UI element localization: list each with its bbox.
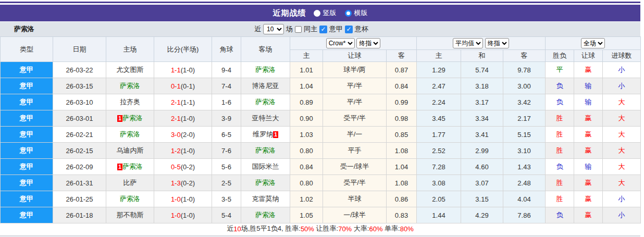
match-date: 26-01-31 bbox=[66, 179, 93, 187]
handicap-result-cell: 赢 bbox=[574, 191, 603, 207]
header-away: 客场 bbox=[241, 37, 290, 62]
serie-a-checkbox[interactable]: ✓ bbox=[319, 26, 327, 33]
match-date: 26-03-10 bbox=[66, 98, 93, 106]
radio-selected-icon[interactable] bbox=[345, 10, 352, 17]
handicap-result: 输 bbox=[585, 163, 592, 170]
table-row: 意甲26-02-15乌迪内斯1-2(1-0)7-6萨索洛0.80平手1.082.… bbox=[1, 143, 641, 159]
league-type-label: 意甲 bbox=[20, 146, 33, 154]
match-date: 26-03-15 bbox=[66, 82, 93, 90]
handicap-result-cell: 输 bbox=[574, 159, 603, 175]
radio-vertical-layout[interactable]: 竖版 bbox=[314, 8, 337, 18]
goals-cell: 大 bbox=[603, 110, 641, 127]
corner-cell: 3-9 bbox=[212, 110, 241, 127]
avg-home-odds-cell: 2.05 bbox=[417, 191, 461, 207]
win-lose-cell: 胜 bbox=[546, 191, 574, 207]
italy-cup-label[interactable]: 意杯 bbox=[355, 24, 368, 34]
header-type: 类型 bbox=[1, 37, 53, 62]
avg-home-odds-cell: 1.77 bbox=[417, 127, 461, 143]
date-cell: 26-03-10 bbox=[53, 94, 106, 110]
full-time-score: 1-3 bbox=[171, 179, 181, 187]
avg-draw-odds: 3.34 bbox=[475, 115, 488, 122]
red-card-badge: 1 bbox=[117, 115, 122, 122]
handicap-company-select[interactable]: Crow* bbox=[326, 38, 355, 48]
home-team-name: 萨索洛 bbox=[120, 130, 140, 138]
handicap-line-cell: 半/一 bbox=[323, 127, 387, 143]
avg-draw-odds: 4.29 bbox=[475, 211, 488, 219]
avg-away-odds: 9.78 bbox=[517, 66, 530, 74]
corner-count: 5-6 bbox=[221, 163, 231, 171]
avg-draw-odds-cell: 4.29 bbox=[461, 207, 503, 223]
avg-away-odds: 2.48 bbox=[517, 179, 530, 187]
half-time-score: (0-2) bbox=[181, 163, 195, 171]
score-cell: 2-1(1-0) bbox=[154, 110, 212, 127]
handicap-home-odds: 1.02 bbox=[300, 195, 313, 203]
layout-radio-group: 竖版 横版 bbox=[314, 8, 368, 18]
half-time-score: (1-0) bbox=[181, 115, 195, 122]
avg-away-odds-cell: 2.48 bbox=[503, 175, 546, 191]
italy-cup-checkbox[interactable]: ✓ bbox=[345, 26, 353, 33]
handicap-away-odds-cell: 0.99 bbox=[387, 94, 417, 110]
recent-count-select[interactable]: 10 bbox=[263, 24, 284, 34]
win-lose-cell: 负 bbox=[546, 159, 574, 175]
handicap-away-odds: 0.85 bbox=[395, 131, 408, 139]
average-kind-select[interactable]: 平均值 bbox=[453, 38, 483, 48]
handicap-result: 输 bbox=[585, 82, 592, 90]
radio-vertical-label[interactable]: 竖版 bbox=[323, 8, 337, 18]
score-cell: 1-1(1-0) bbox=[154, 62, 212, 78]
handicap-home-odds-cell: 0.80 bbox=[290, 143, 323, 159]
table-row: 意甲26-03-15萨索洛0-1(0-1)7-4博洛尼亚1.04平/半0.842… bbox=[1, 78, 641, 94]
table-row: 意甲26-01-18那不勒斯1-0(1-0)5-4萨索洛1.05一/球半0.83… bbox=[1, 207, 641, 223]
radio-horizontal-layout[interactable]: 横版 bbox=[345, 8, 368, 18]
handicap-line: 受一/球半 bbox=[340, 163, 369, 170]
full-time-score: 1-0 bbox=[171, 211, 181, 219]
full-time-score: 0-1 bbox=[171, 82, 181, 90]
same-home-label[interactable]: 同主 bbox=[304, 24, 317, 34]
avg-home-odds-cell: 2.52 bbox=[417, 143, 461, 159]
league-type-label: 意甲 bbox=[20, 130, 33, 138]
home-team-name: 乌迪内斯 bbox=[117, 146, 144, 154]
avg-away-odds: 7.86 bbox=[517, 211, 530, 219]
same-home-checkbox[interactable] bbox=[295, 26, 302, 33]
away-team-cell: 克雷莫纳 bbox=[241, 191, 290, 207]
goals-result: 大 bbox=[618, 114, 625, 122]
avg-away-odds: 1.43 bbox=[517, 163, 530, 171]
home-team-cell: 乌迪内斯 bbox=[106, 143, 154, 159]
avg-home-odds: 3.45 bbox=[432, 115, 445, 122]
win-lose-result: 胜 bbox=[556, 195, 563, 203]
goals-result: 大 bbox=[618, 130, 625, 138]
avg-away-odds-cell: 4.04 bbox=[503, 191, 546, 207]
handicap-result-cell: 赢 bbox=[574, 207, 603, 223]
handicap-home-odds: 1.01 bbox=[300, 66, 313, 74]
score-cell: 0-5(0-2) bbox=[154, 159, 212, 175]
match-date: 26-01-25 bbox=[66, 195, 93, 203]
handicap-line: 平/半 bbox=[347, 98, 363, 106]
summary-segment: 50% bbox=[301, 225, 314, 233]
home-team-name: 那不勒斯 bbox=[117, 211, 144, 219]
avg-draw-odds: 4.60 bbox=[475, 163, 488, 171]
away-team-name: 克雷莫纳 bbox=[252, 195, 279, 203]
corner-count: 5-4 bbox=[221, 211, 231, 219]
avg-home-odds-cell: 3.08 bbox=[417, 175, 461, 191]
avg-draw-odds-cell: 3.07 bbox=[461, 175, 503, 191]
avg-away-odds-cell: 3.00 bbox=[503, 78, 546, 94]
league-type-cell: 意甲 bbox=[1, 207, 53, 223]
avg-away-odds: 5.15 bbox=[517, 131, 530, 139]
win-lose-result: 平 bbox=[556, 66, 563, 73]
handicap-away-odds-cell: 1.08 bbox=[387, 175, 417, 191]
table-row: 意甲26-02-21萨索洛3-0(2-0)6-5维罗纳11.03半/一0.851… bbox=[1, 127, 641, 143]
scope-select[interactable]: 全场 bbox=[581, 38, 605, 48]
handicap-time-select[interactable]: 终指 bbox=[356, 38, 380, 48]
goals-result: 大 bbox=[618, 179, 625, 186]
avg-home-odds: 2.47 bbox=[432, 82, 445, 90]
average-time-select[interactable]: 终指 bbox=[485, 38, 509, 48]
handicap-result: 赢 bbox=[585, 130, 592, 138]
handicap-away-odds-cell: 0.87 bbox=[387, 62, 417, 78]
serie-a-label[interactable]: 意甲 bbox=[329, 24, 343, 34]
home-team-cell: 萨索洛 bbox=[106, 191, 154, 207]
radio-horizontal-label[interactable]: 横版 bbox=[354, 8, 368, 18]
radio-unselected-icon[interactable] bbox=[314, 10, 320, 17]
league-type-label: 意甲 bbox=[20, 163, 33, 170]
handicap-result-cell: 赢 bbox=[574, 62, 603, 78]
avg-home-odds: 2.24 bbox=[432, 98, 445, 106]
match-date: 26-02-21 bbox=[66, 131, 93, 139]
